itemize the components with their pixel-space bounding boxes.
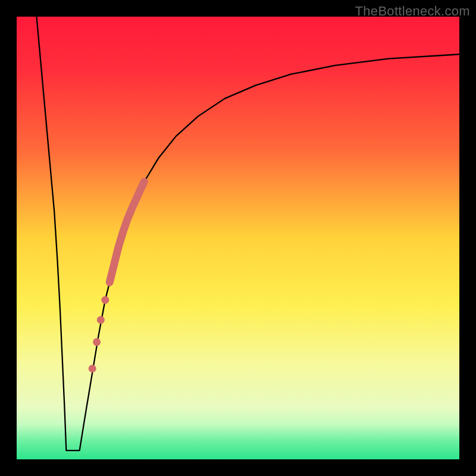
chart-frame: TheBottleneck.com [0,0,476,476]
highlight-dot [89,365,96,372]
plot-area [17,17,459,459]
highlight-dot [101,296,109,304]
highlight-dot [93,338,101,346]
gradient-background [17,17,459,459]
watermark-text: TheBottleneck.com [355,4,470,19]
highlight-dot [97,316,105,324]
chart-svg [17,17,459,459]
